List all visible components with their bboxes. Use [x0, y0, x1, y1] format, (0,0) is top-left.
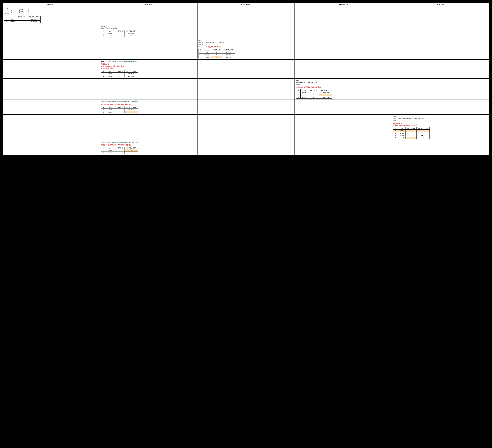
table-cell: name3 [301, 96, 308, 99]
table-cell: name2 [106, 75, 114, 77]
table-cell: 1 [101, 32, 106, 35]
table-cell: 1 [114, 151, 125, 154]
grid-cell-r6-c0 [3, 115, 100, 140]
table-cell: name1 [398, 129, 406, 132]
grid-cell-r4-c0 [3, 79, 100, 100]
mvcc-state-table: idnameDB_TRX_IDDB_ROLL_PTR1name11undefin… [296, 89, 332, 99]
note-red: 能看到的内容 1. 第一次 select 之前提交的事务修改 2. 自身事务做的… [101, 63, 196, 69]
grid-cell-r4-c2 [197, 79, 295, 100]
table-row: 1name11undefined [101, 109, 138, 111]
table-cell: 2 [4, 20, 9, 23]
col-header: id [4, 16, 9, 18]
table-cell: 2 [101, 111, 106, 113]
grid-cell-r2-c0 [3, 38, 100, 60]
note-red: Transcation 5, 所以 DB_ROLL_PTR 和 DB_TRX_I… [393, 122, 488, 126]
table-cell: 1 [406, 129, 417, 132]
grid-cell-r7-c1: select * from mvcc_table;Transcation 5 提… [100, 140, 197, 155]
sql-block: begin; update mvcc_table set name = 'nam… [393, 116, 488, 121]
table-row: 2name214 [101, 111, 138, 113]
table-cell: name3 [398, 134, 406, 137]
grid-cell-r3-c4 [392, 60, 489, 78]
col-header: DB_ROLL_PTR [125, 147, 138, 149]
col-header: name [106, 106, 114, 109]
grid-cell-r6-c2 [197, 115, 295, 140]
grid-cell-r3-c0 [3, 60, 100, 78]
table-cell: 1 [101, 109, 106, 111]
col-header: DB_TRX_ID [114, 30, 125, 32]
grid-cell-r1-c3 [295, 24, 392, 38]
table-cell: name1 [9, 18, 16, 20]
note-red: Transcation 3, 所以 DB_TRX_ID 为 3 [198, 46, 294, 48]
col-header: DB_ROLL_PTR [125, 106, 138, 109]
mvcc-state-table: idnameDB_TRX_IDDB_ROLL_PTR1name11undefin… [101, 30, 138, 37]
table-cell: name1 [301, 91, 308, 94]
note-red: 这时候可以看到 DB_ROLL_PTR (删除版本)的值 [101, 103, 196, 105]
col-header: id [101, 106, 106, 109]
grid-cell-r5-c2 [197, 100, 295, 115]
sql-inline: select * from mvcc_table; [101, 101, 117, 102]
table-cell: name2 [106, 111, 114, 113]
mvcc-state-table: idnameDB_TRX_IDDB_ROLL_PTR1name11undefin… [101, 70, 138, 77]
grid-cell-r1-c2 [197, 24, 295, 38]
table-cell: undefined [125, 72, 138, 75]
table-row: 2name214 [296, 94, 332, 96]
table-cell: name1 [106, 149, 114, 151]
column-header-2: Transcation 3 [197, 3, 295, 6]
table-cell: 5 [406, 137, 417, 139]
table-row: 1name11undefined [296, 91, 332, 94]
table-row: 2name214 [393, 132, 430, 134]
col-header: DB_ROLL_PTR [125, 30, 138, 32]
table-cell: name4 [398, 137, 406, 139]
grid-cell-r3-c1: select * from mvcc_table;Transcation 3 提… [100, 60, 197, 78]
table-cell: name2 [106, 35, 114, 37]
table-cell: 1 [296, 91, 301, 94]
table-cell: undefined [125, 75, 138, 77]
grid-cell-r5-c4 [392, 100, 489, 115]
grid-cell-r0-c0: begin; insert mvcc_table values(NULL, 'n… [3, 6, 100, 24]
note-green: Transcation 3 提交后在查看一次; [117, 61, 138, 62]
col-header: DB_ROLL_PTR [27, 16, 41, 18]
column-header-0: Transcation 1 [3, 3, 100, 6]
col-header: name [106, 147, 114, 149]
table-cell: 3 [296, 96, 301, 99]
col-header: id [296, 89, 301, 91]
table-row: 3name33undefined [296, 96, 332, 99]
col-header: id [393, 127, 398, 129]
grid-cell-r0-c1 [100, 6, 197, 24]
table-cell: 1 [393, 137, 398, 139]
table-cell: undefined [125, 109, 138, 111]
grid-cell-r7-c3 [295, 140, 392, 155]
sql-block: begin; insert mvcc_table values(NULL, 'n… [4, 7, 99, 15]
table-row: 1name11undefined [4, 18, 41, 20]
col-header: id [101, 30, 106, 32]
table-cell: 5 [125, 149, 138, 151]
table-cell: undefined [417, 137, 430, 139]
table-cell: 4 [125, 111, 138, 113]
table-row: 2name214 [101, 151, 138, 154]
table-cell: undefined [27, 20, 41, 23]
table-row: 1name11undefined [198, 51, 235, 54]
table-cell: 1 [393, 129, 398, 132]
grid-cell-r0-c3 [295, 6, 392, 24]
table-cell: 2 [101, 75, 106, 77]
grid-cell-r4-c1 [100, 79, 197, 100]
table-cell: 2 [296, 94, 301, 96]
table-cell: 1 [406, 132, 417, 134]
grid-cell-r7-c4 [392, 140, 489, 155]
table-cell: 1 [211, 54, 222, 56]
table-cell: 1 [308, 94, 319, 96]
col-header: name [106, 30, 114, 32]
table-cell: 4 [125, 151, 138, 154]
table-cell: 1 [114, 32, 125, 35]
grid-cell-r5-c3 [295, 100, 392, 115]
table-cell: 3 [406, 134, 417, 137]
table-cell: 1 [16, 18, 27, 20]
table-cell: undefined [319, 96, 332, 99]
grid-cell-r3-c2 [197, 60, 295, 78]
table-cell: 1 [114, 111, 125, 113]
grid-cell-r7-c0 [3, 140, 100, 155]
table-cell: 2 [393, 132, 398, 134]
grid-cell-r0-c4 [392, 6, 489, 24]
table-cell: name1 [106, 72, 114, 75]
table-cell: 1 [211, 51, 222, 54]
